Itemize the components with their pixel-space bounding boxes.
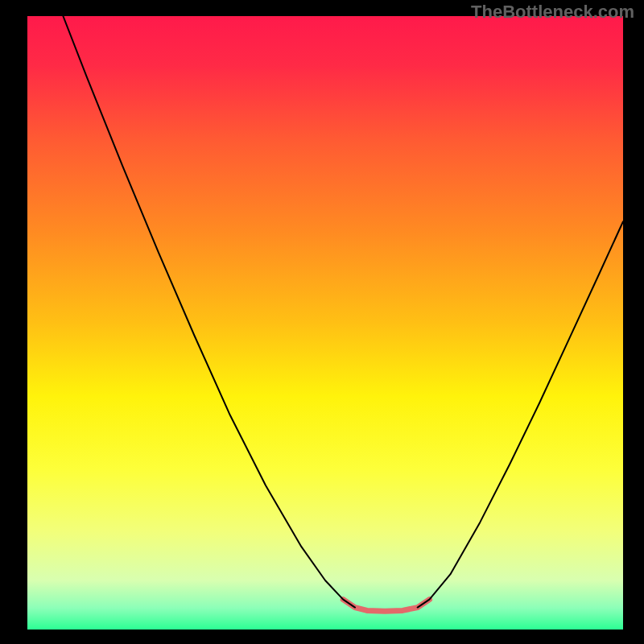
chart-background	[27, 16, 623, 630]
watermark-text: TheBottleneck.com	[471, 3, 634, 21]
plot-area	[27, 16, 623, 630]
chart-svg	[27, 16, 623, 630]
chart-frame: TheBottleneck.com	[0, 0, 644, 644]
